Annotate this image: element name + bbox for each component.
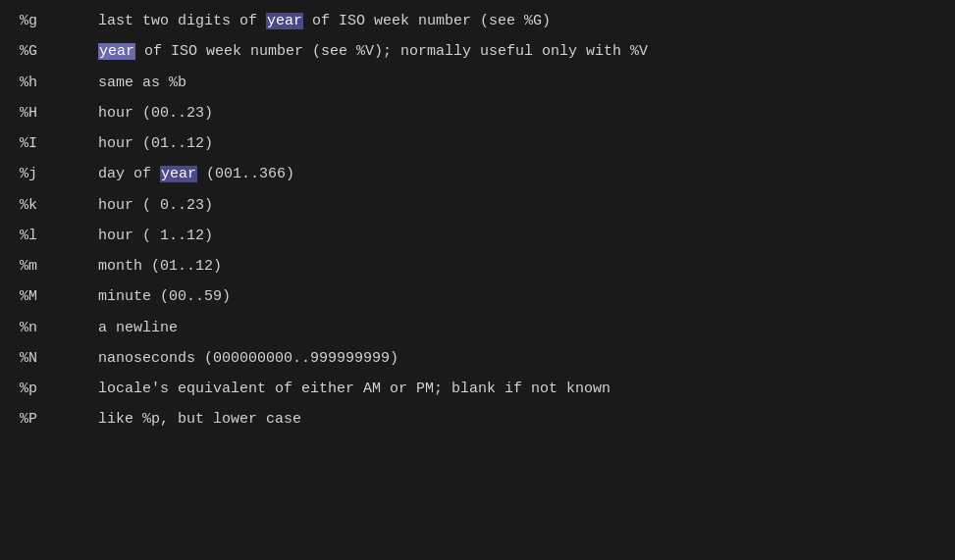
format-description: locale's equivalent of either AM or PM; … bbox=[98, 378, 935, 400]
format-code: %h bbox=[20, 72, 98, 94]
table-row: %Mminute (00..59) bbox=[20, 281, 935, 312]
format-description: hour ( 0..23) bbox=[98, 194, 935, 217]
format-code: %k bbox=[20, 194, 98, 217]
table-row: %jday of year (001..366) bbox=[20, 159, 935, 189]
format-code: %N bbox=[20, 347, 98, 370]
table-row: %Hhour (00..23) bbox=[20, 98, 935, 128]
format-description: nanoseconds (000000000..999999999) bbox=[98, 347, 935, 370]
table-row: %hsame as %b bbox=[20, 68, 935, 98]
format-description: hour (01..12) bbox=[98, 132, 935, 155]
format-description: like %p, but lower case bbox=[98, 408, 935, 431]
format-description: minute (00..59) bbox=[98, 285, 935, 308]
highlighted-word: year bbox=[266, 13, 303, 29]
format-code: %p bbox=[20, 378, 98, 400]
format-code: %m bbox=[20, 255, 98, 278]
format-code: %g bbox=[20, 10, 98, 32]
format-code: %G bbox=[20, 40, 98, 63]
table-row: %Nnanoseconds (000000000..999999999) bbox=[20, 343, 935, 374]
format-description: month (01..12) bbox=[98, 255, 935, 278]
main-content: %glast two digits of year of ISO week nu… bbox=[0, 6, 955, 435]
table-row: %Ihour (01..12) bbox=[20, 128, 935, 159]
format-description: last two digits of year of ISO week numb… bbox=[98, 10, 935, 32]
highlighted-word: year bbox=[160, 166, 197, 182]
format-code: %n bbox=[20, 317, 98, 339]
format-description: hour (00..23) bbox=[98, 102, 935, 125]
table-row: %glast two digits of year of ISO week nu… bbox=[20, 6, 935, 36]
table-row: %mmonth (01..12) bbox=[20, 251, 935, 281]
table-row: %na newline bbox=[20, 313, 935, 343]
format-description: same as %b bbox=[98, 72, 935, 94]
table-row: %lhour ( 1..12) bbox=[20, 221, 935, 251]
format-code: %H bbox=[20, 102, 98, 125]
table-row: %khour ( 0..23) bbox=[20, 190, 935, 221]
format-code: %M bbox=[20, 285, 98, 308]
table-row: %Plike %p, but lower case bbox=[20, 404, 935, 434]
format-description: day of year (001..366) bbox=[98, 163, 935, 185]
format-description: hour ( 1..12) bbox=[98, 225, 935, 247]
format-code: %l bbox=[20, 225, 98, 247]
format-code: %I bbox=[20, 132, 98, 155]
highlighted-word: year bbox=[98, 43, 135, 60]
table-row: %plocale's equivalent of either AM or PM… bbox=[20, 374, 935, 404]
table-row: %Gyear of ISO week number (see %V); norm… bbox=[20, 36, 935, 67]
format-code: %P bbox=[20, 408, 98, 431]
format-code: %j bbox=[20, 163, 98, 185]
format-description: year of ISO week number (see %V); normal… bbox=[98, 40, 935, 63]
format-description: a newline bbox=[98, 317, 935, 339]
